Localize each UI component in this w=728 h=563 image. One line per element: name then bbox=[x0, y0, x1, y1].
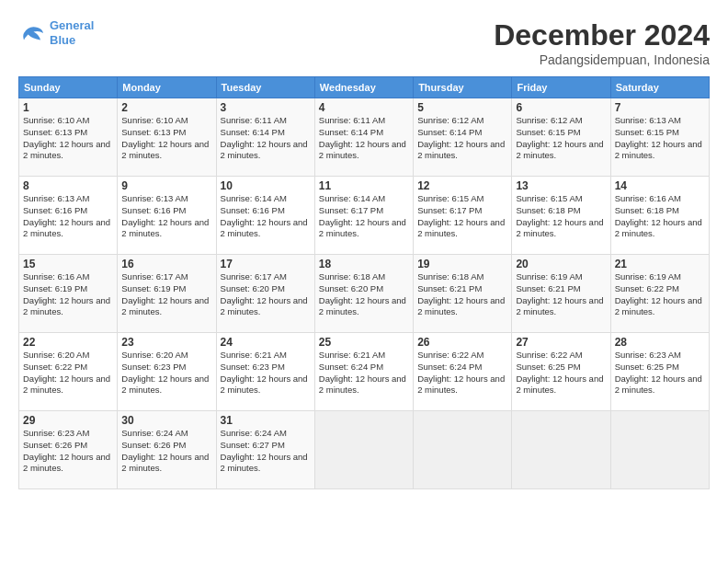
day-info: Sunrise: 6:24 AM Sunset: 6:27 PM Dayligh… bbox=[221, 428, 311, 475]
day-number: 14 bbox=[615, 179, 705, 192]
day-info: Sunrise: 6:23 AM Sunset: 6:26 PM Dayligh… bbox=[23, 428, 113, 475]
sunset-label: Sunset: 6:22 PM bbox=[615, 283, 679, 293]
daylight-label: Daylight: 12 hours and 2 minutes. bbox=[516, 373, 603, 396]
sunrise-label: Sunrise: 6:24 AM bbox=[221, 428, 287, 438]
table-row: 4 Sunrise: 6:11 AM Sunset: 6:14 PM Dayli… bbox=[314, 98, 413, 177]
day-number: 21 bbox=[615, 258, 705, 270]
sunrise-label: Sunrise: 6:13 AM bbox=[615, 115, 681, 125]
sunrise-label: Sunrise: 6:12 AM bbox=[516, 115, 582, 125]
daylight-label: Daylight: 12 hours and 2 minutes. bbox=[516, 139, 603, 161]
day-number: 30 bbox=[121, 414, 211, 427]
table-row: 3 Sunrise: 6:11 AM Sunset: 6:14 PM Dayli… bbox=[216, 98, 314, 177]
day-number: 10 bbox=[221, 179, 311, 192]
day-number: 12 bbox=[417, 179, 507, 192]
daylight-label: Daylight: 12 hours and 2 minutes. bbox=[516, 217, 603, 239]
weekday-saturday: Saturday bbox=[610, 77, 709, 98]
daylight-label: Daylight: 12 hours and 2 minutes. bbox=[516, 295, 603, 317]
daylight-label: Daylight: 12 hours and 2 minutes. bbox=[221, 452, 308, 474]
sunset-label: Sunset: 6:20 PM bbox=[221, 283, 285, 293]
sunset-label: Sunset: 6:14 PM bbox=[221, 127, 285, 137]
weekday-monday: Monday bbox=[118, 77, 216, 98]
day-number: 16 bbox=[121, 258, 211, 270]
day-info: Sunrise: 6:14 AM Sunset: 6:17 PM Dayligh… bbox=[319, 193, 409, 240]
daylight-label: Daylight: 12 hours and 2 minutes. bbox=[121, 373, 209, 396]
weekday-header-row: SundayMondayTuesdayWednesdayThursdayFrid… bbox=[19, 77, 710, 98]
day-info: Sunrise: 6:14 AM Sunset: 6:16 PM Dayligh… bbox=[221, 193, 311, 240]
day-info: Sunrise: 6:18 AM Sunset: 6:20 PM Dayligh… bbox=[319, 271, 409, 318]
table-row: 15 Sunrise: 6:16 AM Sunset: 6:19 PM Dayl… bbox=[19, 255, 118, 333]
sunrise-label: Sunrise: 6:11 AM bbox=[319, 115, 385, 125]
daylight-label: Daylight: 12 hours and 2 minutes. bbox=[221, 139, 308, 161]
sunset-label: Sunset: 6:15 PM bbox=[615, 127, 679, 137]
day-number: 2 bbox=[121, 101, 211, 114]
daylight-label: Daylight: 12 hours and 2 minutes. bbox=[319, 295, 406, 317]
table-row: 22 Sunrise: 6:20 AM Sunset: 6:22 PM Dayl… bbox=[19, 333, 118, 411]
sunrise-label: Sunrise: 6:20 AM bbox=[121, 350, 188, 360]
daylight-label: Daylight: 12 hours and 2 minutes. bbox=[23, 373, 110, 396]
day-info: Sunrise: 6:15 AM Sunset: 6:17 PM Dayligh… bbox=[417, 193, 507, 240]
sunrise-label: Sunrise: 6:12 AM bbox=[417, 115, 483, 125]
daylight-label: Daylight: 12 hours and 2 minutes. bbox=[221, 295, 308, 317]
sunrise-label: Sunrise: 6:16 AM bbox=[615, 193, 681, 203]
table-row bbox=[512, 411, 610, 489]
sunrise-label: Sunrise: 6:15 AM bbox=[417, 193, 483, 203]
sunset-label: Sunset: 6:18 PM bbox=[516, 205, 580, 215]
day-info: Sunrise: 6:21 AM Sunset: 6:24 PM Dayligh… bbox=[319, 350, 409, 396]
sunrise-label: Sunrise: 6:15 AM bbox=[516, 193, 582, 203]
calendar-week-4: 22 Sunrise: 6:20 AM Sunset: 6:22 PM Dayl… bbox=[19, 333, 710, 411]
daylight-label: Daylight: 12 hours and 2 minutes. bbox=[23, 139, 110, 161]
daylight-label: Daylight: 12 hours and 2 minutes. bbox=[417, 217, 505, 239]
weekday-friday: Friday bbox=[512, 77, 610, 98]
daylight-label: Daylight: 12 hours and 2 minutes. bbox=[319, 217, 406, 239]
day-number: 27 bbox=[516, 336, 606, 349]
day-info: Sunrise: 6:13 AM Sunset: 6:16 PM Dayligh… bbox=[121, 193, 211, 240]
day-info: Sunrise: 6:18 AM Sunset: 6:21 PM Dayligh… bbox=[417, 271, 507, 318]
day-info: Sunrise: 6:13 AM Sunset: 6:16 PM Dayligh… bbox=[23, 193, 113, 240]
calendar-week-5: 29 Sunrise: 6:23 AM Sunset: 6:26 PM Dayl… bbox=[19, 411, 710, 489]
table-row: 13 Sunrise: 6:15 AM Sunset: 6:18 PM Dayl… bbox=[512, 177, 610, 255]
day-number: 5 bbox=[417, 101, 507, 114]
calendar-table: SundayMondayTuesdayWednesdayThursdayFrid… bbox=[18, 76, 710, 489]
sunrise-label: Sunrise: 6:16 AM bbox=[23, 271, 89, 282]
day-number: 20 bbox=[516, 258, 606, 270]
day-info: Sunrise: 6:10 AM Sunset: 6:13 PM Dayligh… bbox=[23, 115, 113, 162]
sunset-label: Sunset: 6:27 PM bbox=[221, 440, 285, 450]
day-number: 8 bbox=[23, 179, 113, 192]
day-number: 15 bbox=[23, 258, 113, 270]
day-info: Sunrise: 6:12 AM Sunset: 6:14 PM Dayligh… bbox=[417, 115, 507, 162]
day-number: 19 bbox=[417, 258, 507, 270]
table-row: 23 Sunrise: 6:20 AM Sunset: 6:23 PM Dayl… bbox=[118, 333, 216, 411]
weekday-thursday: Thursday bbox=[414, 77, 512, 98]
sunset-label: Sunset: 6:17 PM bbox=[319, 205, 383, 215]
day-number: 23 bbox=[121, 336, 211, 349]
daylight-label: Daylight: 12 hours and 2 minutes. bbox=[615, 217, 702, 239]
weekday-tuesday: Tuesday bbox=[216, 77, 314, 98]
day-number: 11 bbox=[319, 179, 409, 192]
logo: General Blue bbox=[18, 18, 94, 47]
day-info: Sunrise: 6:20 AM Sunset: 6:22 PM Dayligh… bbox=[23, 350, 113, 396]
table-row: 21 Sunrise: 6:19 AM Sunset: 6:22 PM Dayl… bbox=[610, 255, 709, 333]
sunrise-label: Sunrise: 6:20 AM bbox=[23, 350, 89, 360]
sunrise-label: Sunrise: 6:10 AM bbox=[23, 115, 89, 125]
sunset-label: Sunset: 6:23 PM bbox=[221, 362, 285, 372]
logo-icon bbox=[18, 19, 46, 47]
sunset-label: Sunset: 6:26 PM bbox=[23, 440, 87, 450]
calendar-week-1: 1 Sunrise: 6:10 AM Sunset: 6:13 PM Dayli… bbox=[19, 98, 710, 177]
sunset-label: Sunset: 6:24 PM bbox=[319, 362, 383, 372]
day-number: 17 bbox=[221, 258, 311, 270]
sunset-label: Sunset: 6:22 PM bbox=[23, 362, 87, 372]
sunset-label: Sunset: 6:19 PM bbox=[23, 283, 87, 293]
table-row: 18 Sunrise: 6:18 AM Sunset: 6:20 PM Dayl… bbox=[314, 255, 413, 333]
sunrise-label: Sunrise: 6:22 AM bbox=[417, 350, 483, 360]
table-row: 24 Sunrise: 6:21 AM Sunset: 6:23 PM Dayl… bbox=[216, 333, 314, 411]
daylight-label: Daylight: 12 hours and 2 minutes. bbox=[615, 373, 702, 396]
day-number: 13 bbox=[516, 179, 606, 192]
day-info: Sunrise: 6:13 AM Sunset: 6:15 PM Dayligh… bbox=[615, 115, 705, 162]
table-row: 16 Sunrise: 6:17 AM Sunset: 6:19 PM Dayl… bbox=[118, 255, 216, 333]
day-info: Sunrise: 6:12 AM Sunset: 6:15 PM Dayligh… bbox=[516, 115, 606, 162]
table-row: 30 Sunrise: 6:24 AM Sunset: 6:26 PM Dayl… bbox=[118, 411, 216, 489]
day-info: Sunrise: 6:22 AM Sunset: 6:24 PM Dayligh… bbox=[417, 350, 507, 396]
table-row bbox=[610, 411, 709, 489]
sunrise-label: Sunrise: 6:24 AM bbox=[121, 428, 188, 438]
sunset-label: Sunset: 6:26 PM bbox=[121, 440, 186, 450]
